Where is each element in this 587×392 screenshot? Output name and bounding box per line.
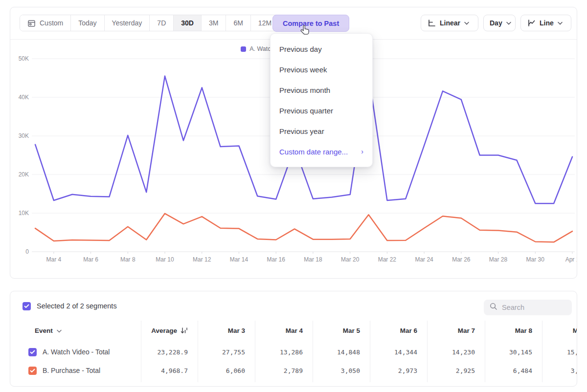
column-divider <box>141 321 141 382</box>
date-column-header[interactable]: Mar 6 <box>370 327 427 334</box>
table-header-row: Event Average Mar 3Mar 4Mar 5Mar 6Mar 7M… <box>10 321 577 340</box>
menu-item-previous-quarter[interactable]: Previous quarter <box>271 100 372 121</box>
cell-value: 2,925 <box>427 367 485 374</box>
interval-label: Day <box>490 19 502 27</box>
average-column-label: Average <box>151 327 177 334</box>
average-value: 4,968.7 <box>141 367 198 374</box>
column-divider <box>485 321 485 382</box>
menu-item-previous-year[interactable]: Previous year <box>271 121 372 141</box>
event-column-header[interactable]: Event <box>10 327 141 334</box>
cell-value: 3,102 <box>542 367 577 374</box>
date-range-label: 30D <box>181 19 194 27</box>
cell-value: 6,484 <box>485 367 542 374</box>
date-range-7d[interactable]: 7D <box>150 15 174 31</box>
x-axis-tick-label: Mar 10 <box>156 256 174 263</box>
date-range-custom[interactable]: Custom <box>20 15 71 31</box>
date-range-6m[interactable]: 6M <box>226 15 250 31</box>
x-axis-tick-label: Mar 18 <box>304 256 322 263</box>
date-range-segmented-control: CustomTodayYesterday7D30D3M6M12M <box>20 15 279 31</box>
menu-item-previous-day[interactable]: Previous day <box>271 39 372 59</box>
x-axis-tick-label: Mar 16 <box>267 256 286 263</box>
chart-type-dropdown-button[interactable]: Line <box>520 15 571 31</box>
column-divider <box>370 321 370 382</box>
chevron-right-icon: › <box>361 148 363 155</box>
row-checkbox[interactable] <box>28 348 37 356</box>
menu-item-custom-date-range[interactable]: Custom date range...› <box>271 141 372 162</box>
segments-table-card: Selected 2 of 2 segments Event Average <box>10 291 577 387</box>
compare-to-past-label: Compare to Past <box>283 20 339 27</box>
row-checkbox[interactable] <box>28 367 37 375</box>
date-range-label: Yesterday <box>112 19 142 27</box>
scale-dropdown-button[interactable]: Linear <box>421 15 478 31</box>
x-axis-tick-label: Mar 20 <box>341 256 360 263</box>
date-range-label: 12M <box>258 19 271 27</box>
cell-value: 14,230 <box>427 348 485 356</box>
date-column-header[interactable]: Mar 3 <box>198 327 255 334</box>
menu-item-previous-week[interactable]: Previous week <box>271 59 372 80</box>
cell-value: 27,755 <box>198 348 255 356</box>
scale-label: Linear <box>440 19 460 27</box>
date-column-header[interactable]: Mar 7 <box>427 327 485 334</box>
sort-descending-icon <box>181 327 188 334</box>
search-input[interactable] <box>502 304 565 311</box>
date-range-label: 6M <box>233 19 243 27</box>
date-range-label: 3M <box>209 19 218 27</box>
cell-value: 3,050 <box>313 367 370 374</box>
calendar-icon <box>27 19 36 27</box>
cell-value: 6,060 <box>198 367 255 374</box>
date-range-3m[interactable]: 3M <box>202 15 226 31</box>
cell-value: 30,145 <box>485 348 542 356</box>
row-label: A. Watch Video - Total <box>43 348 110 356</box>
table-header-bar: Selected 2 of 2 segments <box>10 291 577 321</box>
check-icon <box>30 350 35 354</box>
series-line-purchase[interactable] <box>35 214 572 242</box>
cell-value: 15,417 <box>542 348 577 356</box>
selected-summary: Selected 2 of 2 segments <box>37 302 117 310</box>
chevron-down-icon <box>506 22 511 25</box>
date-range-label: Today <box>78 19 96 27</box>
x-axis-tick-label: Mar 24 <box>415 256 433 263</box>
x-axis-tick-label: Mar 6 <box>83 256 98 263</box>
date-column-header[interactable]: Mar 8 <box>485 327 542 334</box>
y-axis-tick-label: 50K <box>19 55 29 62</box>
date-range-today[interactable]: Today <box>71 15 104 31</box>
x-axis-tick-label: Mar 26 <box>452 256 471 263</box>
date-column-header[interactable]: Mar 9 <box>542 327 577 334</box>
table-row: B. Purchase - Total4,968.76,0602,7893,05… <box>10 361 577 380</box>
search-box[interactable] <box>484 300 572 315</box>
date-range-30d[interactable]: 30D <box>174 15 202 31</box>
event-column-label: Event <box>35 327 53 334</box>
cell-value: 2,973 <box>370 367 427 374</box>
y-axis-tick-label: 10K <box>19 210 29 217</box>
date-column-header[interactable]: Mar 4 <box>255 327 313 334</box>
menu-item-previous-month[interactable]: Previous month <box>271 80 372 100</box>
line-chart-icon <box>527 19 536 27</box>
chevron-down-icon <box>558 22 563 25</box>
compare-to-past-button[interactable]: Compare to Past <box>272 15 349 32</box>
check-icon <box>24 304 29 308</box>
cell-value: 2,789 <box>255 367 313 374</box>
column-divider <box>255 321 255 382</box>
y-axis-tick-label: 20K <box>19 171 29 178</box>
x-axis-tick-label: Apr 1 <box>565 256 577 263</box>
interval-dropdown-button[interactable]: Day <box>483 15 516 31</box>
x-axis-tick-label: Mar 28 <box>489 256 508 263</box>
x-axis-tick-label: Mar 8 <box>120 256 135 263</box>
cell-value: 13,286 <box>255 348 313 356</box>
x-axis-tick-label: Mar 30 <box>526 256 545 263</box>
date-column-header[interactable]: Mar 5 <box>313 327 370 334</box>
search-icon <box>490 303 497 312</box>
column-divider <box>198 321 198 382</box>
chart-type-label: Line <box>540 19 554 27</box>
average-column-header[interactable]: Average <box>141 327 198 334</box>
cell-value: 14,848 <box>313 348 370 356</box>
y-axis-tick-label: 0 <box>25 248 29 255</box>
x-axis-tick-label: Mar 22 <box>378 256 397 263</box>
column-divider <box>427 321 428 382</box>
date-range-yesterday[interactable]: Yesterday <box>105 15 150 31</box>
select-all-checkbox[interactable] <box>23 302 31 310</box>
average-value: 23,228.9 <box>141 348 198 356</box>
row-label: B. Purchase - Total <box>43 367 100 374</box>
chevron-down-icon <box>464 22 469 25</box>
date-range-label: Custom <box>40 19 63 27</box>
